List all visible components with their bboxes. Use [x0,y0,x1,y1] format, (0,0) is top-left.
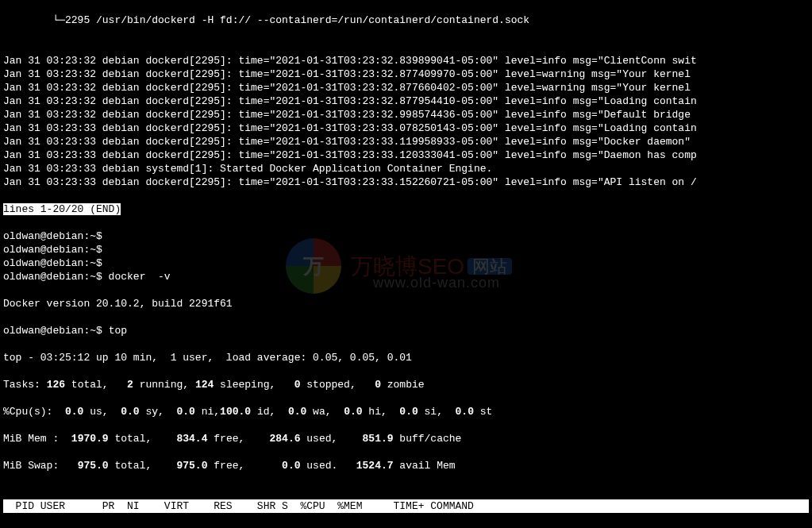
terminal[interactable]: └─2295 /usr/bin/dockerd -H fd:// --conta… [0,0,812,528]
log-line: Jan 31 03:23:33 debian systemd[1]: Start… [3,162,809,175]
log-line: Jan 31 03:23:32 debian dockerd[2295]: ti… [3,108,809,121]
log-line: Jan 31 03:23:33 debian dockerd[2295]: ti… [3,175,809,189]
shell-prompt[interactable]: oldwan@debian:~$ top [3,324,809,337]
top-cpu-line: %Cpu(s): 0.0 us, 0.0 sy, 0.0 ni,100.0 id… [3,405,809,418]
docker-version-output: Docker version 20.10.2, build 2291f61 [3,297,809,310]
shell-prompt[interactable]: oldwan@debian:~$ [3,243,809,256]
log-line: Jan 31 03:23:33 debian dockerd[2295]: ti… [3,148,809,162]
top-summary-line: top - 03:25:12 up 10 min, 1 user, load a… [3,351,809,364]
log-line: Jan 31 03:23:32 debian dockerd[2295]: ti… [3,54,809,67]
pager-status: lines 1-20/20 (END) [3,202,809,216]
log-line: Jan 31 03:23:32 debian dockerd[2295]: ti… [3,81,809,94]
top-process-header: PID USER PR NI VIRT RES SHR S %CPU %MEM … [3,499,809,513]
top-mem-line: MiB Mem : 1970.9 total, 834.4 free, 284.… [3,432,809,445]
systemd-tree-line: └─2295 /usr/bin/dockerd -H fd:// --conta… [3,13,809,27]
log-line: Jan 31 03:23:32 debian dockerd[2295]: ti… [3,67,809,81]
log-line: Jan 31 03:23:32 debian dockerd[2295]: ti… [3,94,809,108]
log-line: Jan 31 03:23:33 debian dockerd[2295]: ti… [3,121,809,135]
top-swap-line: MiB Swap: 975.0 total, 975.0 free, 0.0 u… [3,459,809,472]
top-tasks-line: Tasks: 126 total, 2 running, 124 sleepin… [3,378,809,391]
shell-prompt[interactable]: oldwan@debian:~$ [3,229,809,243]
shell-prompt[interactable]: oldwan@debian:~$ [3,256,809,270]
log-line: Jan 31 03:23:33 debian dockerd[2295]: ti… [3,135,809,148]
shell-prompt[interactable]: oldwan@debian:~$ docker -v [3,270,809,283]
